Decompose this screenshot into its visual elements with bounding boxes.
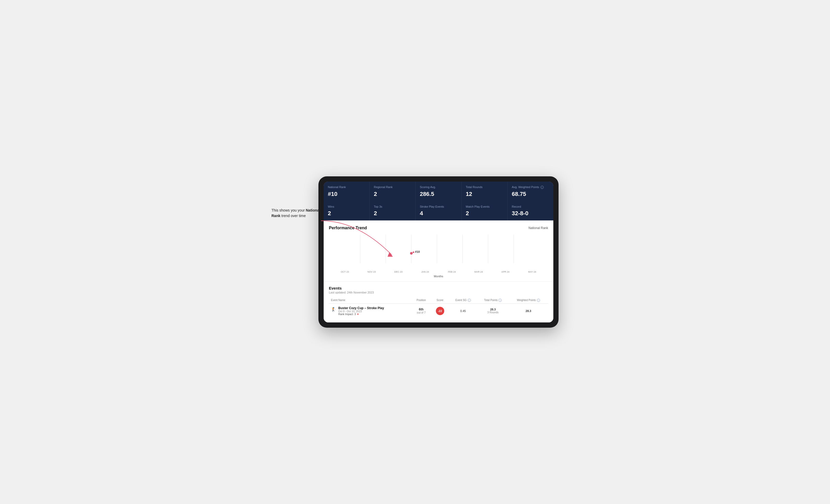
stat-regional-rank-value: 2 xyxy=(374,191,411,198)
svg-point-8 xyxy=(410,252,413,255)
stat-total-rounds: Total Rounds 12 xyxy=(462,181,507,201)
x-label-mar24: MAR 24 xyxy=(466,271,492,273)
stats-row-1: National Rank #10 Regional Rank 2 Scorin… xyxy=(324,181,553,201)
chart-months-label: Months xyxy=(329,275,548,278)
stat-record: Record 32-8-0 xyxy=(508,201,553,221)
event-rank-impact: Rank Impact: 3 ▼ xyxy=(338,313,384,316)
event-sg: 0.45 xyxy=(449,303,477,318)
svg-point-10 xyxy=(413,251,414,253)
stat-record-value: 32-8-0 xyxy=(512,210,549,217)
events-section: Events Last updated: 24th November 2023 … xyxy=(324,281,553,323)
rank-impact-arrow-icon: ▼ xyxy=(356,313,359,316)
performance-label: National Rank xyxy=(529,226,548,230)
event-total-points: 28.3 3 Rounds xyxy=(477,303,509,318)
tablet-device: National Rank #10 Regional Rank 2 Scorin… xyxy=(318,176,558,328)
table-row: 🏌 Buster Cozy Cup – Stroke Play Oct 9 - … xyxy=(329,303,548,318)
score-badge: -22 xyxy=(436,307,444,315)
x-label-may24: MAY 24 xyxy=(519,271,546,273)
stat-avg-weighted-points-label: Avg. Weighted Points i xyxy=(512,185,549,189)
event-name-cell: 🏌 Buster Cozy Cup – Stroke Play Oct 9 - … xyxy=(329,303,412,318)
event-weighted-points: 28.3 xyxy=(509,303,548,318)
event-score: -22 xyxy=(431,303,449,318)
performance-header: Performance Trend National Rank xyxy=(329,226,548,230)
annotation-text: This shows you your National Rank trend … xyxy=(272,208,324,219)
x-label-nov23: NOV 23 xyxy=(358,271,385,273)
performance-chart: #10 xyxy=(329,235,548,268)
event-name: Buster Cozy Cup – Stroke Play xyxy=(338,306,384,310)
page-wrapper: This shows you your National Rank trend … xyxy=(272,176,558,328)
col-header-position: Position xyxy=(412,297,431,304)
stat-national-rank: National Rank #10 xyxy=(324,181,369,201)
stat-national-rank-value: #10 xyxy=(328,191,365,198)
stat-regional-rank: Regional Rank 2 xyxy=(370,181,415,201)
events-table: Event Name Position Score Event SG i xyxy=(329,297,548,318)
x-label-feb24: FEB 24 xyxy=(439,271,466,273)
stat-wins-value: 2 xyxy=(328,210,365,217)
screen-content: National Rank #10 Regional Rank 2 Scorin… xyxy=(324,181,553,323)
stat-wins: Wins 2 xyxy=(324,201,369,221)
stat-stroke-play-value: 4 xyxy=(420,210,457,217)
col-header-total-points: Total Points i xyxy=(477,297,509,304)
event-position: 6th out of 7 xyxy=(412,303,431,318)
x-label-oct23: OCT 23 xyxy=(331,271,358,273)
stat-total-rounds-label: Total Rounds xyxy=(466,185,503,189)
stat-scoring-avg: Scoring Avg. 286.5 xyxy=(416,181,461,201)
events-table-header-row: Event Name Position Score Event SG i xyxy=(329,297,548,304)
stats-row-2: Wins 2 Top 3s 2 Stroke Play Events 4 Mat… xyxy=(324,201,553,221)
events-last-updated: Last updated: 24th November 2023 xyxy=(329,291,548,294)
stat-top3s: Top 3s 2 xyxy=(370,201,415,221)
stat-match-play-events: Match Play Events 2 xyxy=(462,201,507,221)
stat-match-play-label: Match Play Events xyxy=(466,205,503,208)
stat-avg-weighted-points-value: 68.75 xyxy=(512,191,549,198)
svg-text:#10: #10 xyxy=(415,250,420,253)
stat-top3s-label: Top 3s xyxy=(374,205,411,208)
x-label-dec23: DEC 23 xyxy=(385,271,412,273)
stat-record-label: Record xyxy=(512,205,549,208)
performance-title: Performance Trend xyxy=(329,226,367,230)
performance-section: Performance Trend National Rank xyxy=(324,221,553,281)
stat-avg-weighted-points: Avg. Weighted Points i 68.75 xyxy=(508,181,553,201)
stat-stroke-play-label: Stroke Play Events xyxy=(420,205,457,208)
chart-x-labels: OCT 23 NOV 23 DEC 23 JAN 24 FEB 24 MAR 2… xyxy=(329,271,548,273)
stat-top3s-value: 2 xyxy=(374,210,411,217)
col-header-weighted-points: Weighted Points i xyxy=(509,297,548,304)
event-date: Oct 9 - Oct 10, 2023 xyxy=(338,310,384,313)
stat-scoring-avg-value: 286.5 xyxy=(420,191,457,198)
col-header-event-name: Event Name xyxy=(329,297,412,304)
stat-wins-label: Wins xyxy=(328,205,365,208)
event-icon: 🏌 xyxy=(331,307,336,312)
chart-svg: #10 xyxy=(329,235,548,268)
stat-match-play-value: 2 xyxy=(466,210,503,217)
total-points-info-icon: i xyxy=(499,299,502,302)
tablet-screen: National Rank #10 Regional Rank 2 Scorin… xyxy=(324,181,553,323)
stat-scoring-avg-label: Scoring Avg. xyxy=(420,185,457,189)
stat-stroke-play-events: Stroke Play Events 4 xyxy=(416,201,461,221)
weighted-points-info-icon: i xyxy=(537,299,540,302)
col-header-score: Score xyxy=(431,297,449,304)
x-label-apr24: APR 24 xyxy=(492,271,519,273)
event-sg-info-icon: i xyxy=(468,299,471,302)
x-label-jan24: JAN 24 xyxy=(412,271,439,273)
col-header-event-sg: Event SG i xyxy=(449,297,477,304)
events-title: Events xyxy=(329,286,548,290)
stat-total-rounds-value: 12 xyxy=(466,191,503,198)
stat-national-rank-label: National Rank xyxy=(328,185,365,189)
stat-regional-rank-label: Regional Rank xyxy=(374,185,411,189)
avg-weighted-info-icon: i xyxy=(541,186,544,189)
